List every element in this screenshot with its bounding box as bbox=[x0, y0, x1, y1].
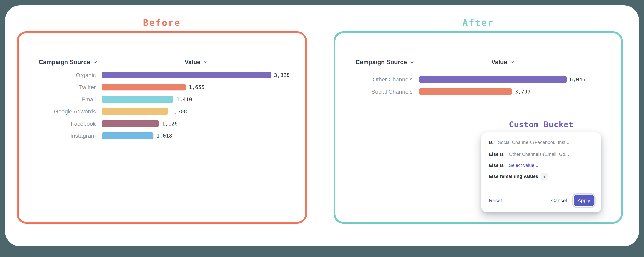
row-label: Twitter bbox=[18, 84, 96, 90]
dialog-divider bbox=[486, 189, 597, 189]
bucket-rule: Else remaining valuesi bbox=[489, 173, 596, 180]
value-bar bbox=[419, 88, 512, 95]
row-value: 3,328 bbox=[274, 72, 290, 78]
value-bar bbox=[102, 72, 271, 78]
table-row: Facebook1,126 bbox=[18, 120, 305, 127]
apply-button[interactable]: Apply bbox=[574, 195, 594, 206]
row-value: 6,046 bbox=[570, 76, 585, 82]
row-label: Google Adwords bbox=[18, 108, 96, 115]
select-value-link[interactable]: Select value... bbox=[509, 163, 538, 168]
rule-condition-label: Else remaining values bbox=[489, 174, 538, 179]
row-value: 1,126 bbox=[162, 121, 178, 127]
custom-bucket-dialog: IsSocial Channels (Facebook, Inst...Else… bbox=[481, 132, 601, 213]
reset-button[interactable]: Reset bbox=[489, 198, 502, 203]
rule-value: Social Channels (Facebook, Inst... bbox=[498, 140, 569, 145]
row-label: Other Channels bbox=[336, 76, 412, 83]
page-background: Before After Campaign Source Value Organ… bbox=[0, 0, 644, 257]
after-value-header[interactable]: Value bbox=[492, 59, 515, 66]
before-value-header[interactable]: Value bbox=[185, 59, 208, 66]
value-bar bbox=[102, 96, 174, 103]
custom-bucket-title: Custom Bucket bbox=[481, 120, 601, 129]
rule-condition-label: Else Is bbox=[489, 163, 504, 168]
before-title: Before bbox=[17, 17, 307, 28]
value-bar bbox=[102, 120, 159, 127]
rule-condition-label: Else Is bbox=[489, 152, 504, 157]
column-header-label: Campaign Source bbox=[356, 59, 407, 66]
after-title: After bbox=[334, 17, 623, 28]
table-row: Organic3,328 bbox=[18, 72, 305, 78]
before-campaign-source-header[interactable]: Campaign Source bbox=[39, 59, 98, 66]
chevron-down-icon bbox=[410, 60, 414, 65]
value-bar bbox=[419, 76, 567, 83]
dialog-footer-actions: Cancel Apply bbox=[551, 195, 596, 206]
rule-condition-label: Is bbox=[489, 140, 493, 145]
row-label: Instagram bbox=[18, 133, 96, 139]
info-icon[interactable]: i bbox=[541, 173, 548, 180]
table-row: Instagram1,018 bbox=[18, 132, 305, 139]
table-row: Email1,410 bbox=[18, 96, 305, 103]
row-label: Email bbox=[18, 96, 96, 103]
row-label: Social Channels bbox=[336, 88, 412, 95]
value-bar bbox=[102, 108, 168, 115]
value-bar bbox=[102, 84, 186, 90]
row-value: 1,655 bbox=[189, 84, 204, 90]
after-campaign-source-header[interactable]: Campaign Source bbox=[356, 59, 414, 66]
row-value: 1,308 bbox=[171, 108, 187, 114]
chevron-down-icon bbox=[203, 60, 208, 65]
table-row: Social Channels3,799 bbox=[336, 88, 621, 95]
chevron-down-icon bbox=[510, 60, 515, 65]
value-bar bbox=[102, 132, 154, 139]
row-label: Facebook bbox=[18, 120, 96, 127]
column-header-label: Value bbox=[492, 59, 507, 66]
row-value: 1,410 bbox=[176, 96, 192, 102]
table-row: Other Channels6,046 bbox=[336, 76, 621, 83]
bucket-rule: Else IsSelect value... bbox=[489, 162, 596, 169]
table-row: Twitter1,655 bbox=[18, 84, 305, 90]
rule-value: Other Channels (Email, Go... bbox=[509, 152, 569, 157]
column-header-label: Campaign Source bbox=[39, 59, 90, 66]
row-label: Organic bbox=[18, 72, 96, 78]
chevron-down-icon bbox=[93, 60, 98, 65]
table-row: Google Adwords1,308 bbox=[18, 108, 305, 115]
bucket-rule: IsSocial Channels (Facebook, Inst... bbox=[489, 139, 596, 146]
row-value: 3,799 bbox=[515, 89, 530, 95]
bucket-rule: Else IsOther Channels (Email, Go... bbox=[489, 151, 596, 158]
before-panel: Campaign Source Value Organic3,328Twitte… bbox=[17, 31, 307, 224]
row-value: 1,018 bbox=[156, 133, 172, 139]
cancel-button[interactable]: Cancel bbox=[551, 198, 567, 203]
dialog-footer: Reset Cancel Apply bbox=[489, 193, 596, 208]
column-header-label: Value bbox=[185, 59, 200, 66]
